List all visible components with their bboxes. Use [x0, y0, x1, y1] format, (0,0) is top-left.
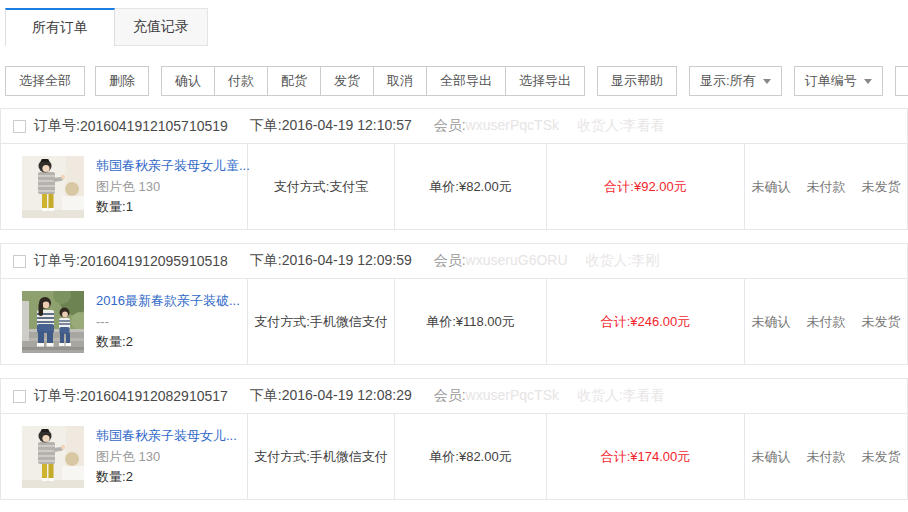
placed-time: 2016-04-19 12:09:59: [282, 252, 412, 268]
receiver: 收货人:李看看: [577, 387, 665, 403]
caret-down-icon: [763, 79, 771, 84]
order-no: 2016041912105710519: [80, 118, 228, 134]
member-id: wxuserPqcTSk: [466, 117, 559, 133]
receiver: 收货人:李看看: [577, 117, 665, 133]
tab-recharge-records[interactable]: 充值记录: [115, 8, 208, 46]
member-label: 会员:: [434, 387, 466, 403]
order-no-label: 订单号:: [34, 387, 80, 405]
order-list: 订单号:2016041912105710519 下单:2016-04-19 12…: [0, 108, 908, 500]
order-total: 合计:¥92.00元: [547, 144, 745, 229]
caret-down-icon: [864, 79, 872, 84]
product-title-link[interactable]: 韩国春秋亲子装母女儿...: [96, 428, 237, 444]
placed-label: 下单:: [250, 387, 282, 403]
order-no: 2016041912095910518: [80, 253, 228, 269]
order-header: 订单号:2016041912082910517 下单:2016-04-19 12…: [1, 379, 907, 413]
show-filter-label: 显示:所有: [700, 72, 756, 90]
order-body: 韩国春秋亲子装母女儿... 图片色 130 数量:2 支付方式:手机微信支付 单…: [1, 413, 907, 499]
toolbar: 选择全部 删除 确认 付款 配货 发货 取消 全部导出 选择导出 显示帮助 显示…: [0, 66, 908, 96]
placed-label: 下单:: [250, 252, 282, 268]
order-header: 订单号:2016041912095910518 下单:2016-04-19 12…: [1, 244, 907, 278]
unit-price: 单价:¥118.00元: [395, 279, 547, 364]
placed-label: 下单:: [250, 117, 282, 133]
product-title-link[interactable]: 2016最新春款亲子装破...: [96, 293, 237, 309]
show-filter-dropdown[interactable]: 显示:所有: [689, 66, 782, 96]
export-selected-button[interactable]: 选择导出: [505, 66, 585, 96]
status-unconfirmed: 未确认: [752, 178, 791, 196]
status-unpaid: 未付款: [807, 448, 846, 466]
order-checkbox[interactable]: [13, 120, 26, 133]
product-image[interactable]: [22, 291, 84, 353]
member-label: 会员:: [434, 117, 466, 133]
tab-bar: 所有订单 充值记录: [0, 8, 908, 46]
receiver: 收货人:李刚: [586, 252, 660, 268]
search-input[interactable]: [895, 66, 908, 96]
member-label: 会员:: [434, 252, 466, 268]
product-cell: 韩国春秋亲子装母女儿... 图片色 130 数量:2: [1, 414, 248, 499]
qty-value: 1: [126, 199, 133, 214]
pay-button[interactable]: 付款: [214, 66, 268, 96]
unit-price: 单价:¥82.00元: [395, 144, 547, 229]
status-unpaid: 未付款: [807, 178, 846, 196]
order-card: 订单号:2016041912082910517 下单:2016-04-19 12…: [0, 378, 908, 500]
export-all-button[interactable]: 全部导出: [426, 66, 506, 96]
product-image[interactable]: [22, 156, 84, 218]
status-cell: 未确认 未付款 未发货: [745, 144, 907, 229]
order-total: 合计:¥174.00元: [547, 414, 745, 499]
show-help-button[interactable]: 显示帮助: [597, 66, 677, 96]
payment-method: 支付方式:支付宝: [248, 144, 395, 229]
select-all-button[interactable]: 选择全部: [5, 66, 85, 96]
placed-time: 2016-04-19 12:08:29: [282, 387, 412, 403]
status-unconfirmed: 未确认: [752, 448, 791, 466]
cancel-button[interactable]: 取消: [373, 66, 427, 96]
member-id: wxuseruG6ORU: [466, 252, 568, 268]
order-header: 订单号:2016041912105710519 下单:2016-04-19 12…: [1, 109, 907, 143]
order-card: 订单号:2016041912095910518 下单:2016-04-19 12…: [0, 243, 908, 365]
product-variant: 图片色 130: [96, 449, 237, 465]
placed-time: 2016-04-19 12:10:57: [282, 117, 412, 133]
qty-value: 2: [126, 469, 133, 484]
product-cell: 2016最新春款亲子装破... --- 数量:2: [1, 279, 248, 364]
search-field-label: 订单编号: [805, 72, 857, 90]
unit-price: 单价:¥82.00元: [395, 414, 547, 499]
toolbar-right: 显示:所有 订单编号: [677, 66, 908, 96]
status-cell: 未确认 未付款 未发货: [745, 414, 907, 499]
order-checkbox[interactable]: [13, 255, 26, 268]
order-no-label: 订单号:: [34, 117, 80, 135]
product-variant: 图片色 130: [96, 179, 237, 195]
status-unpaid: 未付款: [807, 313, 846, 331]
payment-method: 支付方式:手机微信支付: [248, 279, 395, 364]
payment-method: 支付方式:手机微信支付: [248, 414, 395, 499]
member-id: wxuserPqcTSk: [466, 387, 559, 403]
qty-label: 数量:: [96, 334, 126, 349]
order-no-label: 订单号:: [34, 252, 80, 270]
delete-button[interactable]: 删除: [95, 66, 149, 96]
allocate-button[interactable]: 配货: [267, 66, 321, 96]
status-unconfirmed: 未确认: [752, 313, 791, 331]
status-unshipped: 未发货: [862, 448, 901, 466]
status-unshipped: 未发货: [862, 313, 901, 331]
tab-all-orders[interactable]: 所有订单: [5, 8, 115, 46]
ship-button[interactable]: 发货: [320, 66, 374, 96]
order-body: 韩国春秋亲子装母女儿童... 图片色 130 数量:1 支付方式:支付宝 单价:…: [1, 143, 907, 229]
order-actions-group: 确认 付款 配货 发货 取消 全部导出 选择导出: [161, 66, 585, 96]
status-cell: 未确认 未付款 未发货: [745, 279, 907, 364]
order-no: 2016041912082910517: [80, 388, 228, 404]
product-image[interactable]: [22, 426, 84, 488]
product-title-link[interactable]: 韩国春秋亲子装母女儿童...: [96, 158, 237, 174]
order-total: 合计:¥246.00元: [547, 279, 745, 364]
confirm-button[interactable]: 确认: [161, 66, 215, 96]
qty-label: 数量:: [96, 469, 126, 484]
order-body: 2016最新春款亲子装破... --- 数量:2 支付方式:手机微信支付 单价:…: [1, 278, 907, 364]
product-variant: ---: [96, 314, 237, 330]
status-unshipped: 未发货: [862, 178, 901, 196]
product-cell: 韩国春秋亲子装母女儿童... 图片色 130 数量:1: [1, 144, 248, 229]
order-checkbox[interactable]: [13, 390, 26, 403]
qty-label: 数量:: [96, 199, 126, 214]
qty-value: 2: [126, 334, 133, 349]
search-field-dropdown[interactable]: 订单编号: [794, 66, 883, 96]
order-card: 订单号:2016041912105710519 下单:2016-04-19 12…: [0, 108, 908, 230]
